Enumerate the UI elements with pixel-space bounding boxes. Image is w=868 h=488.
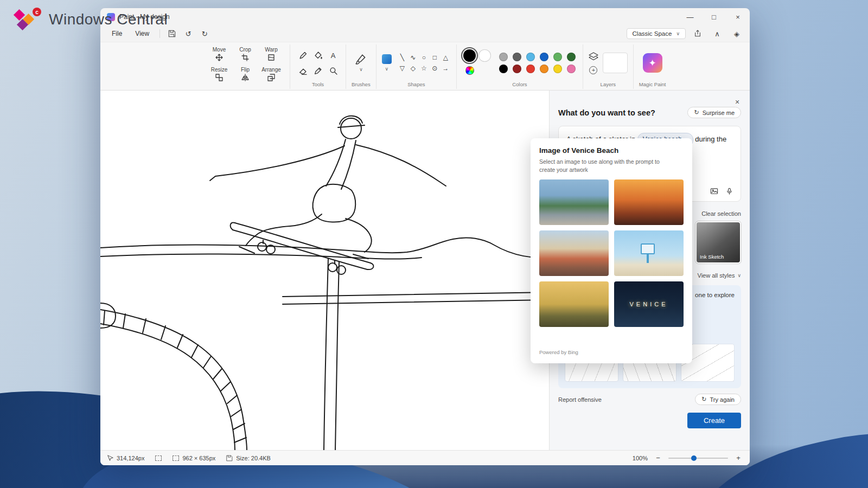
theme-selector[interactable]: Classic Space ∨ — [627, 28, 686, 39]
shapes-group-label: Shapes — [407, 80, 425, 88]
color-swatch[interactable] — [499, 53, 508, 61]
color-swatch[interactable] — [526, 65, 535, 73]
try-again-button[interactable]: ↻ Try again — [695, 394, 741, 405]
color-swatch[interactable] — [540, 53, 548, 61]
layers-panel-preview[interactable] — [603, 53, 628, 73]
microphone-button[interactable] — [723, 185, 735, 197]
selection-indicator[interactable] — [155, 455, 162, 461]
popup-subtitle: Select an image to use along with the pr… — [539, 158, 666, 174]
pencil-tool-button[interactable] — [296, 49, 309, 62]
eraser-tool-button[interactable] — [296, 64, 309, 77]
resize-button[interactable]: Resize — [206, 66, 232, 86]
colors-group: Colors — [457, 44, 583, 89]
venice-thumbnail-boardwalk[interactable] — [539, 179, 609, 225]
color-picker-tool-button[interactable] — [311, 64, 324, 77]
chevron-down-icon: ∨ — [385, 66, 389, 72]
close-button[interactable]: × — [726, 8, 750, 25]
fill-tool-button[interactable] — [311, 49, 324, 62]
shapes-grid: ╲∿○□△▽◇☆⊙→ — [397, 53, 451, 74]
warp-label: Warp — [265, 47, 278, 53]
move-button[interactable]: Move — [206, 46, 232, 66]
shape-star-icon[interactable]: ☆ — [421, 65, 427, 72]
color-swatch[interactable] — [499, 65, 508, 73]
minimize-button[interactable]: — — [678, 8, 702, 25]
shape-line-icon[interactable]: ╲ — [400, 54, 404, 61]
try-again-label: Try again — [710, 396, 735, 403]
cursor-icon — [107, 455, 113, 461]
refresh-icon: ↻ — [694, 109, 699, 116]
color-swatch[interactable] — [513, 53, 521, 61]
create-button[interactable]: Create — [687, 413, 741, 428]
flip-button[interactable]: Flip — [232, 66, 258, 86]
color-swatch[interactable] — [567, 53, 576, 61]
view-all-styles-link[interactable]: View all styles ∨ — [698, 272, 741, 279]
drawing-canvas[interactable] — [100, 91, 549, 450]
eyedropper-icon — [314, 67, 322, 75]
color-swatch[interactable] — [540, 65, 548, 73]
color-swatch[interactable] — [553, 53, 562, 61]
venice-thumbnail-shops[interactable] — [539, 230, 609, 276]
arrange-button[interactable]: Arrange — [258, 66, 284, 86]
shape-style-icon[interactable] — [382, 54, 392, 64]
magic-paint-group: ✦ Magic Paint — [634, 44, 672, 89]
crop-button[interactable]: Crop — [232, 46, 258, 66]
venice-thumbnail-lifeguard-tower[interactable] — [614, 230, 684, 276]
redo-icon: ↻ — [202, 30, 208, 38]
shape-triangle-down-icon[interactable]: ▽ — [400, 65, 405, 72]
shape-triangle-icon[interactable]: △ — [443, 54, 448, 61]
collapse-ribbon-button[interactable]: ∧ — [710, 27, 725, 40]
zoom-in-button[interactable]: + — [733, 453, 743, 463]
undo-button[interactable]: ↺ — [181, 27, 196, 40]
lifeguard-tower-shape — [641, 243, 655, 254]
color-swatch[interactable] — [553, 65, 562, 73]
windows-central-logo: c Windows Central — [14, 8, 168, 31]
zoom-out-button[interactable]: − — [653, 453, 663, 463]
magic-paint-group-label: Magic Paint — [639, 80, 666, 88]
shape-oval-icon[interactable]: ○ — [422, 54, 426, 61]
warp-button[interactable]: Warp — [258, 46, 284, 66]
primary-color-swatch[interactable] — [463, 49, 476, 62]
clear-selection-link[interactable]: Clear selection — [701, 210, 741, 217]
color-swatch[interactable] — [513, 65, 521, 73]
shapes-group: ∨ ╲∿○□△▽◇☆⊙→ Shapes — [376, 44, 457, 89]
brushes-button[interactable]: ∨ — [355, 54, 366, 72]
extras-button[interactable]: ◈ — [729, 27, 744, 40]
report-offensive-link[interactable]: Report offensive — [558, 396, 602, 403]
chevron-up-icon: ∧ — [714, 30, 720, 38]
surprise-me-button[interactable]: ↻ Surprise me — [687, 107, 741, 118]
venice-thumbnail-sunset[interactable] — [614, 179, 684, 225]
shape-rectangle-icon[interactable]: □ — [433, 54, 437, 61]
arrange-label: Arrange — [261, 67, 281, 73]
paint-window: Paint - My design — □ × File View ↺ ↻ Cl… — [100, 8, 750, 465]
share-button[interactable] — [690, 27, 705, 40]
secondary-color-swatch[interactable] — [478, 49, 491, 62]
content-area: × What do you want to see? ↻ Surprise me… — [100, 91, 750, 450]
venice-thumbnail-sign[interactable]: VENICE — [614, 281, 684, 327]
magic-paint-button[interactable]: ✦ — [643, 53, 662, 73]
add-image-button[interactable] — [708, 185, 720, 197]
shape-sun-icon[interactable]: ⊙ — [432, 65, 437, 72]
colors-group-label: Colors — [512, 80, 527, 88]
shape-curve-icon[interactable]: ∿ — [410, 54, 416, 61]
color-swatch[interactable] — [526, 53, 535, 61]
edit-colors-button[interactable] — [465, 66, 474, 75]
text-tool-button[interactable]: A — [327, 49, 340, 62]
panel-title: What do you want to see? — [558, 108, 655, 117]
zoom-slider[interactable] — [668, 458, 728, 459]
add-layer-button[interactable]: + — [589, 66, 597, 74]
resize-icon — [215, 74, 223, 84]
color-swatch[interactable] — [567, 65, 576, 73]
panel-close-button[interactable]: × — [731, 96, 743, 108]
shape-arrow-icon[interactable]: → — [442, 65, 449, 72]
theme-selector-label: Classic Space — [633, 30, 672, 37]
popup-title: Image of Venice Beach — [539, 146, 684, 155]
redo-button[interactable]: ↻ — [197, 27, 212, 40]
flip-label: Flip — [241, 67, 250, 73]
zoom-slider-thumb[interactable] — [691, 455, 697, 461]
style-card-ink-sketch[interactable]: Ink Sketch — [695, 221, 741, 264]
layers-group-label: Layers — [601, 80, 616, 88]
magnifier-tool-button[interactable] — [327, 64, 340, 77]
shape-diamond-icon[interactable]: ◇ — [411, 65, 416, 72]
venice-thumbnail-palms[interactable] — [539, 281, 609, 327]
maximize-button[interactable]: □ — [702, 8, 726, 25]
